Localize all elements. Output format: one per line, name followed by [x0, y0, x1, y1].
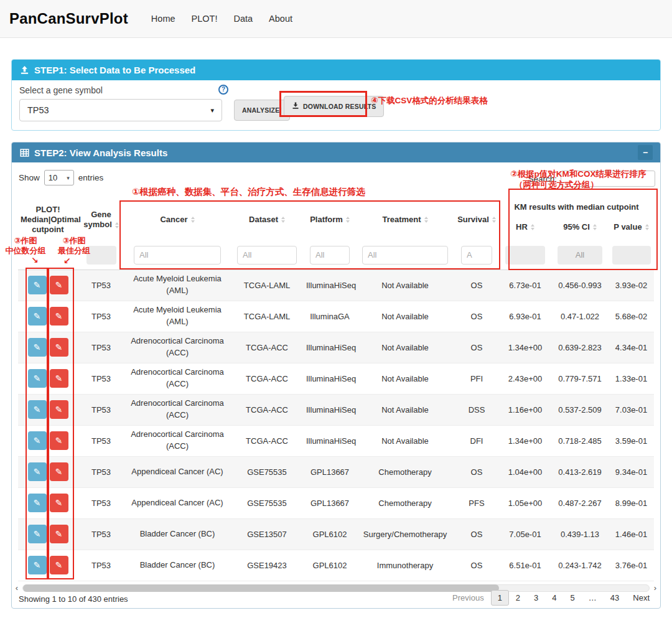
plot-optimal-button[interactable]: ✎	[50, 556, 68, 574]
nav-item-data[interactable]: Data	[225, 9, 261, 29]
table-row: ✎ ✎ TP53 Adrenocortical Carcinoma (ACC) …	[18, 394, 654, 425]
download-results-button[interactable]: DOWNLOAD RESULTS	[284, 96, 384, 117]
plot-median-button[interactable]: ✎	[28, 525, 47, 543]
dataset-cell: GSE75535	[230, 487, 304, 518]
plot-optimal-button[interactable]: ✎	[50, 462, 68, 481]
survival-cell: OS	[454, 301, 499, 332]
pagination-previous[interactable]: Previous	[446, 590, 491, 606]
hr-filter-input[interactable]	[505, 246, 545, 265]
plot-median-button[interactable]: ✎	[28, 494, 47, 512]
plot-optimal-button[interactable]: ✎	[50, 400, 68, 419]
cancer-filter-input[interactable]	[134, 246, 221, 265]
nav-item-plot[interactable]: PLOT!	[184, 9, 226, 29]
column-header-treatment[interactable]: Treatment	[356, 199, 454, 241]
table-row: ✎ ✎ TP53 Bladder Cancer (BC) GSE19423 GP…	[18, 550, 654, 581]
pagination-next[interactable]: Next	[626, 590, 656, 606]
hr-cell: 1.04e+00	[499, 456, 551, 487]
pagination-page-3[interactable]: 3	[527, 590, 545, 606]
plot-optimal-button[interactable]: ✎	[50, 338, 68, 357]
pencil-icon: ✎	[55, 529, 63, 539]
plot-optimal-button[interactable]: ✎	[50, 307, 68, 326]
plot-optimal-button[interactable]: ✎	[50, 431, 68, 450]
pagination-page-2[interactable]: 2	[509, 590, 527, 606]
column-header-hr[interactable]: HR	[499, 213, 551, 241]
platform-cell: IlluminaHiSeq	[304, 269, 356, 301]
pagination-page-43[interactable]: 43	[604, 590, 626, 606]
search-input[interactable]	[561, 171, 655, 187]
column-header-ci[interactable]: 95% CI	[551, 213, 609, 241]
cancer-cell: Adrenocortical Carcinoma (ACC)	[124, 332, 230, 363]
page-length-control: Show 10 ▾ entries	[19, 170, 103, 185]
column-header-gene[interactable]: Gene symbol	[78, 199, 124, 241]
nav-item-home[interactable]: Home	[143, 9, 184, 29]
chevron-left-icon[interactable]: ‹	[14, 584, 20, 593]
plot-median-button[interactable]: ✎	[28, 400, 47, 419]
pencil-icon: ✎	[55, 467, 63, 477]
pencil-icon: ✎	[55, 373, 63, 383]
platform-cell: IlluminaHiSeq	[304, 425, 356, 456]
pagination-page-1[interactable]: 1	[491, 590, 509, 606]
platform-filter-input[interactable]	[310, 246, 350, 265]
hr-cell: 1.05e+00	[499, 487, 551, 518]
treatment-filter-input[interactable]	[362, 246, 448, 265]
plot-optimal-button[interactable]: ✎	[50, 525, 68, 543]
page: PanCanSurvPlot Home PLOT! Data About STE…	[0, 0, 672, 623]
gene-cell: TP53	[78, 363, 124, 394]
download-icon	[292, 102, 299, 111]
page-length-select[interactable]: 10 ▾	[44, 170, 74, 185]
cancer-cell: Appendiceal Cancer (AC)	[124, 487, 230, 518]
plot-median-button[interactable]: ✎	[28, 276, 47, 294]
plot-optimal-button[interactable]: ✎	[50, 276, 68, 294]
table-row: ✎ ✎ TP53 Acute Myeloid Leukemia (AML) TC…	[18, 301, 654, 332]
table-row: ✎ ✎ TP53 Appendiceal Cancer (AC) GSE7553…	[18, 487, 654, 518]
ci-cell: 0.456-0.993	[551, 269, 609, 301]
pvalue-filter-input[interactable]	[612, 246, 651, 265]
dataset-cell: TCGA-ACC	[230, 363, 304, 394]
plot-median-button[interactable]: ✎	[28, 338, 47, 357]
nav-item-about[interactable]: About	[261, 9, 301, 29]
help-icon[interactable]: ?	[218, 85, 228, 95]
treatment-cell: Not Available	[356, 301, 454, 332]
gene-filter-input[interactable]	[86, 246, 116, 265]
pencil-icon: ✎	[34, 529, 41, 539]
analyze-button[interactable]: ANALYSIZE!	[234, 100, 290, 121]
survival-cell: PFI	[454, 363, 499, 394]
dataset-filter-input[interactable]	[237, 246, 297, 265]
plot-median-button[interactable]: ✎	[28, 462, 47, 481]
pencil-icon: ✎	[34, 498, 41, 508]
scrollbar-thumb[interactable]	[23, 584, 499, 592]
plot-median-button[interactable]: ✎	[28, 556, 47, 574]
table-row: ✎ ✎ TP53 Adrenocortical Carcinoma (ACC) …	[18, 332, 654, 363]
plot-optimal-button[interactable]: ✎	[50, 369, 68, 388]
column-header-dataset[interactable]: Dataset	[230, 199, 304, 241]
gene-select[interactable]: TP53 ▾	[19, 99, 222, 121]
sort-arrows-icon	[531, 224, 534, 230]
pagination-page-5[interactable]: 5	[564, 590, 582, 606]
dataset-cell: TCGA-ACC	[230, 425, 304, 456]
ci-filter-input[interactable]	[558, 246, 602, 265]
column-header-cancer[interactable]: Cancer	[124, 199, 230, 241]
pagination-page-4[interactable]: 4	[545, 590, 563, 606]
step1-body: Select a gene symbol ? TP53 ▾ ANALYSIZE!…	[12, 80, 660, 130]
search-label: Search:	[528, 174, 557, 184]
column-header-platform[interactable]: Platform	[304, 199, 356, 241]
app-brand[interactable]: PanCanSurvPlot	[9, 10, 128, 27]
plot-buttons-cell: ✎ ✎	[18, 363, 78, 394]
plot-median-button[interactable]: ✎	[28, 431, 47, 450]
navbar: PanCanSurvPlot Home PLOT! Data About	[0, 0, 672, 38]
column-header-survival[interactable]: Survival	[454, 199, 499, 241]
plot-median-button[interactable]: ✎	[28, 369, 47, 388]
cancer-cell: Adrenocortical Carcinoma (ACC)	[124, 394, 230, 425]
collapse-button[interactable]: −	[638, 145, 653, 160]
hr-cell: 6.73e-01	[499, 269, 551, 301]
survival-cell: OS	[454, 518, 499, 550]
survival-filter-input[interactable]	[461, 246, 492, 265]
plot-optimal-button[interactable]: ✎	[50, 494, 68, 512]
column-header-pvalue[interactable]: P value	[609, 213, 654, 241]
ci-cell: 0.718-2.485	[551, 425, 609, 456]
platform-cell: IlluminaGA	[304, 301, 356, 332]
plot-median-button[interactable]: ✎	[28, 307, 47, 326]
platform-cell: GPL13667	[304, 456, 356, 487]
dataset-cell: TCGA-LAML	[230, 301, 304, 332]
sort-arrows-icon	[645, 224, 649, 230]
